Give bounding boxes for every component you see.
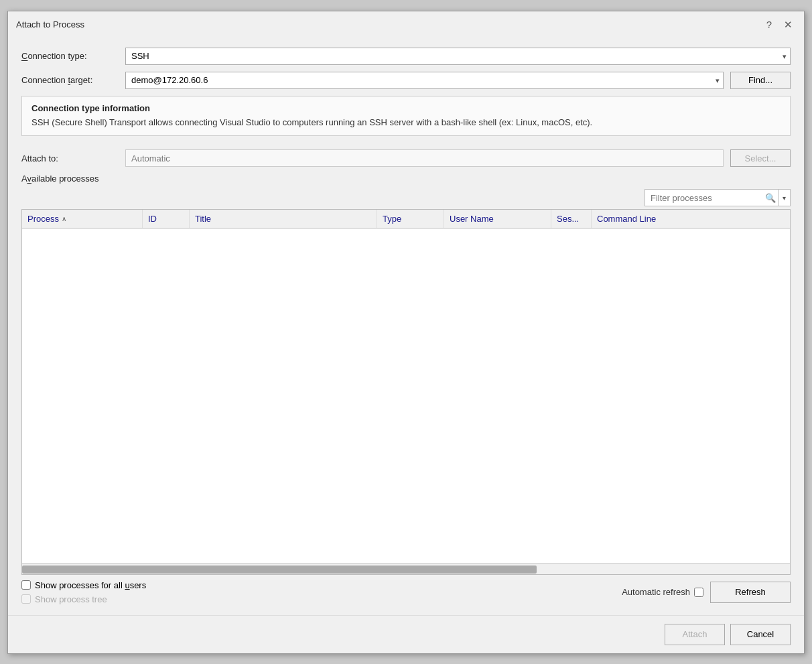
connection-type-row: Connection type: SSH Default Remote (no … [21,48,791,65]
attach-to-input [125,149,724,167]
process-table: Process ∧ ID Title Type User Name [21,209,791,575]
connection-type-wrapper: SSH Default Remote (no authentication) ▾ [125,48,791,65]
attach-to-label: Attach to: [21,153,119,163]
info-box-text: SSH (Secure Shell) Transport allows conn… [31,116,781,129]
column-title[interactable]: Title [190,210,377,228]
attach-to-row: Attach to: Select... [21,149,791,167]
column-username[interactable]: User Name [444,210,551,228]
filter-row: 🔍 ▾ [21,189,791,206]
table-body [22,228,790,563]
dialog-title: Attach to Process [16,19,84,29]
column-ses[interactable]: Ses... [551,210,592,228]
connection-target-wrapper: ▾ [125,72,724,89]
auto-refresh-label: Automatic refresh [622,587,703,597]
column-cmdline[interactable]: Command Line [592,210,790,228]
scrollbar-thumb [22,566,537,574]
show-process-tree-checkbox[interactable] [21,594,31,604]
horizontal-scrollbar[interactable] [22,563,790,574]
sort-arrow-icon: ∧ [62,215,66,222]
connection-type-info-box: Connection type information SSH (Secure … [21,96,791,137]
connection-type-select[interactable]: SSH Default Remote (no authentication) [125,48,791,65]
available-processes-label: Available processes [21,174,791,184]
title-bar-buttons: ? ✕ [761,17,796,33]
filter-input-wrapper: 🔍 ▾ [645,189,791,206]
auto-refresh-checkbox[interactable] [694,588,703,597]
show-process-tree-row: Show process tree [21,594,146,604]
show-all-users-row: Show processes for all users [21,580,146,590]
table-header: Process ∧ ID Title Type User Name [22,210,790,228]
close-button[interactable]: ✕ [780,17,796,33]
cancel-button[interactable]: Cancel [730,624,791,645]
filter-processes-input[interactable] [645,189,779,206]
help-button[interactable]: ? [761,17,777,33]
show-all-users-checkbox[interactable] [21,580,31,590]
available-processes-section: Available processes 🔍 ▾ Process ∧ [21,174,791,604]
connection-target-input[interactable] [125,72,724,89]
show-all-users-label: Show processes for all users [35,580,146,590]
select-button[interactable]: Select... [730,149,791,167]
bottom-options: Show processes for all users Show proces… [21,580,791,604]
attach-to-process-dialog: Attach to Process ? ✕ Connection type: S… [7,11,805,654]
dialog-content: Connection type: SSH Default Remote (no … [8,37,804,615]
right-controls: Automatic refresh Refresh [622,582,791,603]
connection-target-row: Connection target: ▾ Find... [21,72,791,89]
connection-target-label: Connection target: [21,75,119,85]
checkboxes: Show processes for all users Show proces… [21,580,146,604]
refresh-button[interactable]: Refresh [710,582,791,603]
find-button[interactable]: Find... [730,72,791,89]
filter-dropdown-button[interactable]: ▾ [779,189,791,206]
footer-buttons: Attach Cancel [8,615,804,653]
column-id[interactable]: ID [143,210,190,228]
title-bar: Attach to Process ? ✕ [8,11,804,37]
show-process-tree-label: Show process tree [35,594,107,604]
connection-type-label: Connection type: [21,51,119,61]
attach-button[interactable]: Attach [665,624,725,645]
column-type[interactable]: Type [377,210,444,228]
info-box-title: Connection type information [31,103,781,113]
column-process[interactable]: Process ∧ [22,210,143,228]
